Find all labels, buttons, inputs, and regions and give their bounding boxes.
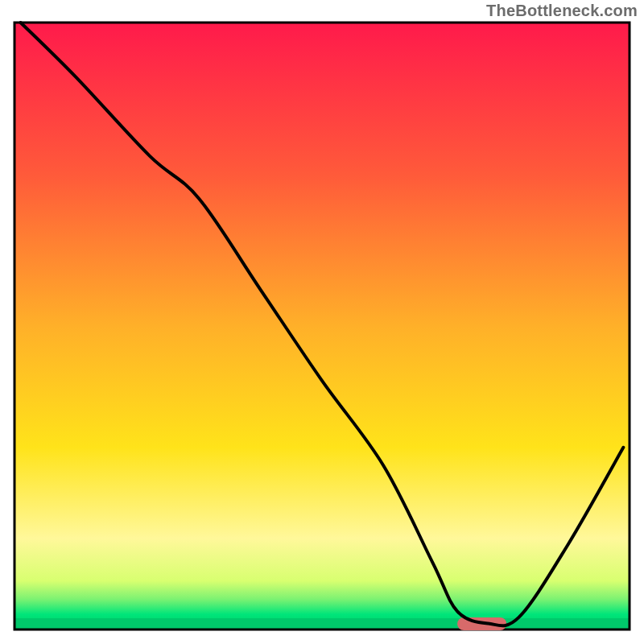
chart-container: TheBottleneck.com bbox=[0, 0, 644, 644]
bottleneck-chart bbox=[0, 0, 644, 644]
chart-background bbox=[14, 23, 630, 630]
chart-baseline-band bbox=[14, 618, 630, 630]
watermark-text: TheBottleneck.com bbox=[486, 2, 638, 20]
